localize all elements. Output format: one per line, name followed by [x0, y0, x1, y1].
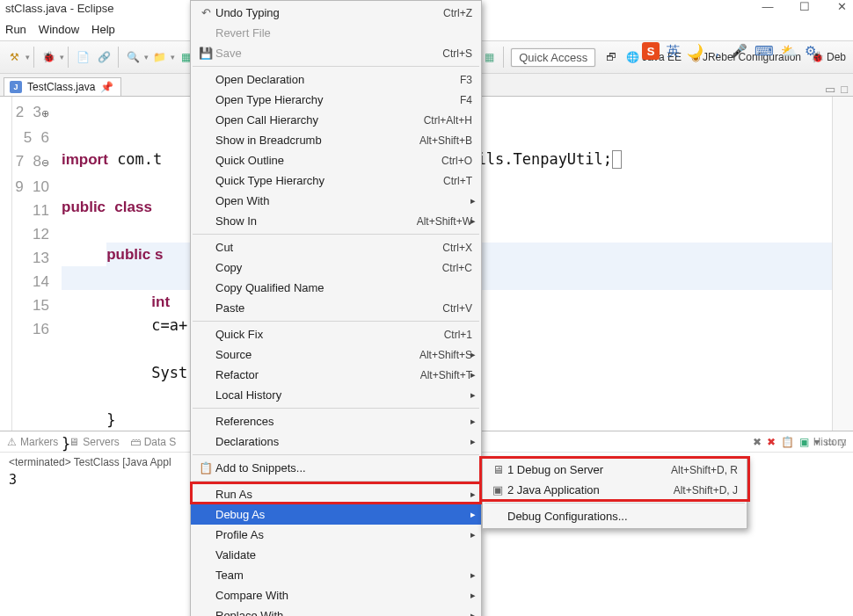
- menu-item-label: Source: [215, 348, 419, 361]
- submenu-item-java-application[interactable]: ▣ 2 Java Application Alt+Shift+D, J: [483, 480, 747, 500]
- menu-item-run-as[interactable]: Run As▸: [191, 484, 481, 504]
- menu-item-debug-as[interactable]: Debug As▸: [191, 504, 481, 525]
- tab-testclass[interactable]: J TestClass.java 📌: [4, 77, 121, 96]
- full-icon[interactable]: ，: [711, 43, 724, 60]
- settings-icon[interactable]: ⚙: [805, 43, 816, 59]
- console-toolbar-icon[interactable]: ▾: [814, 436, 820, 448]
- close-window-button[interactable]: ✕: [835, 0, 848, 13]
- moon-icon[interactable]: 🌙: [687, 43, 704, 59]
- java-file-icon: J: [10, 81, 22, 93]
- menu-item-label: Copy: [215, 261, 442, 274]
- submenu-item-debug-config[interactable]: Debug Configurations...: [483, 506, 747, 526]
- ime-lang[interactable]: 英: [667, 43, 680, 60]
- menu-item-copy[interactable]: CopyCtrl+C: [191, 257, 481, 278]
- menu-item-label: Debug As: [215, 508, 472, 521]
- hammer-icon[interactable]: ⚒: [5, 48, 23, 66]
- menu-item-quick-outline[interactable]: Quick OutlineCtrl+O: [191, 150, 481, 170]
- markers-icon: ⚠: [7, 436, 17, 448]
- connect-icon[interactable]: 🔗: [95, 48, 113, 66]
- menu-item-replace-with[interactable]: Replace With▸: [191, 605, 481, 616]
- editor-maximize-icon[interactable]: □: [841, 83, 848, 96]
- panel-minimize-icon[interactable]: ▭: [825, 436, 835, 448]
- menu-item-refactor[interactable]: RefactorAlt+Shift+T▸: [191, 365, 481, 385]
- menu-window[interactable]: Window: [39, 23, 79, 39]
- editor-minimize-icon[interactable]: ▭: [825, 83, 835, 96]
- menu-item-profile-as[interactable]: Profile As▸: [191, 525, 481, 545]
- menu-item-icon: 📋: [196, 461, 215, 475]
- menu-item-open-type-hierarchy[interactable]: Open Type HierarchyF4: [191, 90, 481, 110]
- menu-item-label: Quick Type Hierarchy: [215, 174, 443, 187]
- panel-maximize-icon[interactable]: □: [840, 436, 846, 448]
- globe-icon: 🌐: [626, 51, 639, 63]
- perspective-open-icon[interactable]: 🗗: [602, 50, 620, 64]
- submenu-item-debug-on-server[interactable]: 🖥 1 Debug on Server Alt+Shift+D, R: [483, 460, 747, 480]
- menu-item-declarations[interactable]: Declarations▸: [191, 431, 481, 452]
- menu-item-shortcut: Ctrl+1: [444, 329, 472, 341]
- menu-item-shortcut: F4: [460, 94, 472, 106]
- menu-item-open-with[interactable]: Open With▸: [191, 191, 481, 211]
- tab-pin-icon[interactable]: 📌: [100, 81, 113, 93]
- menu-help[interactable]: Help: [91, 23, 115, 39]
- menu-item-label: Run As: [215, 488, 472, 501]
- maximize-button[interactable]: ☐: [798, 0, 811, 13]
- window-title: stClass.java - Eclipse: [5, 2, 114, 15]
- submenu-arrow-icon: ▸: [470, 509, 476, 520]
- menu-item-shortcut: Ctrl+Z: [443, 7, 472, 19]
- quick-access-input[interactable]: Quick Access: [511, 48, 595, 67]
- menu-item-add-to-snippets[interactable]: 📋Add to Snippets...: [191, 458, 481, 478]
- menu-item-label: References: [215, 415, 472, 428]
- menu-item-quick-fix[interactable]: Quick FixCtrl+1: [191, 324, 481, 344]
- menu-separator: [193, 234, 479, 235]
- menu-item-label: Quick Outline: [215, 154, 441, 167]
- menu-item-copy-qualified-name[interactable]: Copy Qualified Name: [191, 278, 481, 298]
- mic-icon[interactable]: 🎤: [731, 43, 747, 59]
- minimize-button[interactable]: —: [762, 0, 774, 13]
- console-toolbar-icon[interactable]: ✖: [753, 436, 762, 448]
- console-toolbar-icon[interactable]: ✖: [767, 436, 776, 448]
- toolbar-separator: [503, 47, 504, 68]
- menu-item-quick-type-hierarchy[interactable]: Quick Type HierarchyCtrl+T: [191, 170, 481, 191]
- menu-item-shortcut: Alt+Shift+W: [417, 215, 472, 228]
- console-toolbar-icon[interactable]: 📋: [781, 436, 794, 448]
- menu-item-label: Cut: [215, 241, 442, 254]
- menu-item-show-in[interactable]: Show InAlt+Shift+W▸: [191, 211, 481, 231]
- console-toolbar-icon[interactable]: ▣: [799, 436, 809, 448]
- menu-item-references[interactable]: References▸: [191, 411, 481, 431]
- menu-item-cut[interactable]: CutCtrl+X: [191, 237, 481, 257]
- menu-item-undo-typing[interactable]: ↶Undo TypingCtrl+Z: [191, 3, 481, 23]
- tab-data[interactable]: 🗃Data S: [130, 436, 177, 448]
- folder-icon[interactable]: 📁: [150, 48, 168, 66]
- menu-item-label: Copy Qualified Name: [215, 281, 472, 294]
- submenu-arrow-icon: ▸: [470, 349, 476, 360]
- new-icon[interactable]: 📄: [74, 48, 91, 66]
- menu-item-local-history[interactable]: Local History▸: [191, 385, 481, 405]
- search-icon[interactable]: 🔍: [124, 48, 142, 66]
- menu-item-open-call-hierarchy[interactable]: Open Call HierarchyCtrl+Alt+H: [191, 110, 481, 130]
- tab-servers[interactable]: 🖥Servers: [69, 436, 119, 448]
- menu-item-label: Team: [215, 569, 472, 582]
- cloud-icon[interactable]: ⛅: [781, 43, 798, 59]
- sogou-icon[interactable]: S: [642, 42, 660, 60]
- keyboard-icon[interactable]: ⌨: [755, 43, 774, 59]
- menu-item-shortcut: Ctrl+T: [443, 175, 472, 187]
- menu-item-shortcut: Ctrl+X: [442, 242, 472, 254]
- menu-item-revert-file: Revert File: [191, 23, 481, 43]
- menu-item-validate[interactable]: Validate: [191, 545, 481, 565]
- submenu-arrow-icon: ▸: [470, 489, 476, 500]
- menu-item-team[interactable]: Team▸: [191, 565, 481, 585]
- tab-markers[interactable]: ⚠Markers: [7, 436, 58, 448]
- menu-item-show-in-breadcrumb[interactable]: Show in BreadcrumbAlt+Shift+B: [191, 130, 481, 150]
- menu-item-label: Open Call Hierarchy: [215, 113, 424, 127]
- grid-icon[interactable]: ▦: [480, 48, 498, 66]
- menu-item-label: Local History: [215, 388, 472, 402]
- toolbar-separator: [68, 47, 69, 68]
- overview-ruler[interactable]: [832, 97, 853, 431]
- menu-item-source[interactable]: SourceAlt+Shift+S▸: [191, 344, 481, 365]
- debug-icon[interactable]: 🐞: [40, 48, 57, 66]
- menu-item-shortcut: Ctrl+Alt+H: [424, 114, 472, 127]
- menu-item-compare-with[interactable]: Compare With▸: [191, 585, 481, 605]
- menu-item-open-declaration[interactable]: Open DeclarationF3: [191, 69, 481, 90]
- menu-item-paste[interactable]: PasteCtrl+V: [191, 298, 481, 318]
- context-menu: ↶Undo TypingCtrl+ZRevert File💾SaveCtrl+S…: [190, 0, 482, 616]
- menu-run[interactable]: Run: [5, 23, 26, 39]
